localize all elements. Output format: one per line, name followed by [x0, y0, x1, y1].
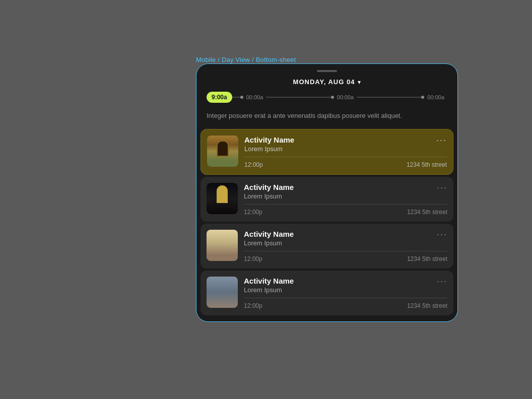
date-header[interactable]: MONDAY, AUG 04 ▾	[196, 76, 457, 92]
timeline: 9:00a 00:00a 00:00a 00:00a	[196, 92, 457, 111]
more-button-3[interactable]: ···	[437, 230, 447, 239]
card-time-1: 12:00p	[244, 161, 263, 168]
date-text: MONDAY, AUG 04	[293, 78, 355, 86]
card-content-2: Activity Name Lorem Ipsum 12:00p 1234 5t…	[244, 183, 447, 216]
card-divider-3	[244, 251, 447, 251]
drag-handle-bar	[317, 70, 337, 72]
dark-arch-image	[207, 183, 238, 214]
card-divider-4	[244, 298, 447, 298]
timeline-label-2: 00:00a	[334, 94, 357, 100]
activity-image-2	[207, 183, 238, 214]
drag-handle[interactable]	[196, 64, 457, 76]
card-subtitle-1: Lorem Ipsum	[244, 145, 447, 153]
card-subtitle-2: Lorem Ipsum	[244, 192, 447, 200]
activity-card-1[interactable]: Activity Name Lorem Ipsum 12:00p 1234 5t…	[201, 129, 453, 175]
card-title-1: Activity Name	[244, 136, 447, 144]
card-footer-4: 12:00p 1234 5th street	[244, 302, 447, 309]
card-footer-2: 12:00p 1234 5th street	[244, 209, 447, 216]
activity-card-3[interactable]: Activity Name Lorem Ipsum 12:00p 1234 5t…	[201, 224, 453, 269]
activity-image-3	[207, 230, 238, 261]
timeline-connector-1: 00:00a 00:00a 00:00a	[232, 94, 447, 100]
timeline-start-badge: 9:00a	[207, 92, 232, 103]
card-title-2: Activity Name	[244, 183, 447, 191]
card-address-2: 1234 5th street	[407, 209, 447, 216]
card-address-3: 1234 5th street	[407, 255, 447, 262]
activity-card-2[interactable]: Activity Name Lorem Ipsum 12:00p 1234 5t…	[201, 177, 453, 222]
card-divider-2	[244, 204, 447, 205]
activity-image-1	[207, 136, 238, 167]
card-footer-1: 12:00p 1234 5th street	[244, 161, 447, 168]
card-subtitle-3: Lorem Ipsum	[244, 239, 447, 247]
card-content-4: Activity Name Lorem Ipsum 12:00p 1234 5t…	[244, 277, 447, 309]
mobile-frame: ⟺ MONDAY, AUG 04 ▾ 9:00a 00:00a 00:00a 0…	[196, 63, 458, 322]
card-time-2: 12:00p	[244, 209, 262, 216]
chevron-down-icon: ▾	[358, 79, 361, 86]
description-text: Integer posuere erat a ante venenatis da…	[196, 111, 457, 129]
card-footer-3: 12:00p 1234 5th street	[244, 255, 447, 262]
card-title-3: Activity Name	[244, 230, 447, 238]
handle-top-right[interactable]	[455, 63, 458, 66]
card-time-3: 12:00p	[244, 255, 262, 262]
card-divider-1	[244, 157, 447, 157]
card-address-4: 1234 5th street	[407, 302, 447, 309]
card-time-4: 12:00p	[244, 302, 262, 309]
timeline-label-1: 00:00a	[243, 94, 267, 100]
activity-image-4	[207, 277, 238, 308]
more-button-1[interactable]: ···	[436, 136, 447, 145]
activity-list: Activity Name Lorem Ipsum 12:00p 1234 5t…	[196, 129, 457, 321]
breadcrumb: Mobile / Day View / Bottom-sheet	[196, 56, 296, 63]
handle-top-left[interactable]	[196, 63, 199, 66]
card-subtitle-4: Lorem Ipsum	[244, 286, 447, 294]
activity-card-4[interactable]: Activity Name Lorem Ipsum 12:00p 1234 5t…	[201, 271, 453, 315]
handle-bottom-right[interactable]	[455, 319, 458, 322]
statue-image	[207, 230, 238, 261]
card-title-4: Activity Name	[244, 277, 447, 285]
more-button-2[interactable]: ···	[437, 183, 447, 192]
timeline-label-3: 00:00a	[424, 94, 447, 100]
card-content-1: Activity Name Lorem Ipsum 12:00p 1234 5t…	[244, 136, 447, 168]
bridge-image	[207, 277, 238, 308]
more-button-4[interactable]: ···	[437, 277, 447, 286]
arch-image	[207, 136, 238, 167]
card-content-3: Activity Name Lorem Ipsum 12:00p 1234 5t…	[244, 230, 447, 262]
handle-bottom-left[interactable]	[196, 319, 199, 322]
card-address-1: 1234 5th street	[407, 161, 447, 168]
